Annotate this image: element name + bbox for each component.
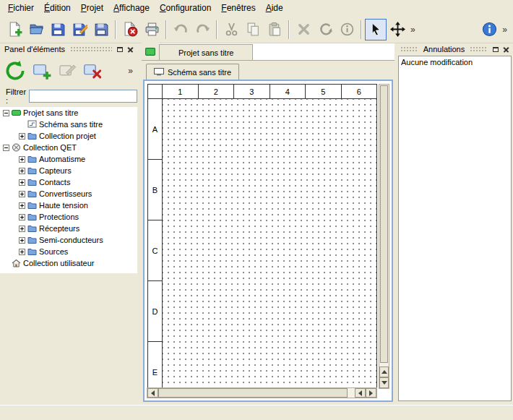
elements-panel-titlebar[interactable]: Panel d'éléments — [0, 43, 137, 55]
scroll-right-button[interactable] — [366, 388, 376, 398]
tree-item-contacts[interactable]: Contacts — [0, 176, 137, 188]
row-header: A — [148, 99, 163, 160]
close-file-icon — [123, 22, 138, 37]
filter-input[interactable] — [29, 90, 137, 103]
vertical-scrollbar[interactable] — [379, 84, 389, 389]
menu-configuration[interactable]: Configuration — [155, 1, 216, 15]
expand-expander-icon[interactable] — [19, 237, 25, 244]
expand-expander-icon[interactable] — [19, 133, 25, 140]
delete-element-button[interactable] — [83, 61, 102, 80]
menu-projet[interactable]: Projet — [76, 1, 108, 15]
expand-expander-icon[interactable] — [19, 179, 25, 186]
elements-panel-toolbar: » — [0, 55, 137, 87]
tree-item-protections[interactable]: Protections — [0, 211, 137, 223]
select-tool-button[interactable] — [365, 19, 387, 40]
undo-history-list[interactable]: Aucune modification — [398, 56, 512, 401]
schema-view[interactable]: 1 2 3 4 5 6 A B C D E — [147, 84, 378, 389]
save-as-icon — [72, 22, 87, 37]
scroll-down-button[interactable] — [379, 377, 389, 388]
collapse-expander-icon[interactable] — [3, 145, 9, 151]
cut-scissors-icon — [224, 22, 239, 37]
undo-button[interactable] — [170, 19, 191, 40]
new-file-button[interactable] — [4, 19, 25, 40]
menu-fenetres[interactable]: Fenêtres — [216, 1, 260, 15]
project-tab[interactable]: Projet sans titre — [159, 44, 253, 60]
arrow-down-icon — [381, 381, 387, 385]
open-file-button[interactable] — [25, 19, 47, 40]
element-info-button[interactable] — [336, 19, 358, 40]
cut-button[interactable] — [220, 19, 242, 40]
panel-extension-chevron[interactable]: » — [128, 66, 133, 76]
edit-element-button[interactable] — [58, 61, 77, 80]
dock-float-button[interactable] — [114, 45, 125, 54]
tree-item-schema[interactable]: Schéma sans titre — [0, 119, 137, 130]
tree-item-haute-tension[interactable]: Haute tension — [0, 200, 137, 211]
schema-subwindow: 1 2 3 4 5 6 A B C D E — [143, 80, 393, 402]
dock-close-button[interactable] — [501, 45, 512, 54]
subwindow-menu-button[interactable] — [142, 43, 159, 60]
tree-item-collection-utilisateur[interactable]: Collection utilisateur — [0, 257, 137, 269]
close-file-button[interactable] — [119, 19, 141, 40]
menu-aide[interactable]: Aide — [261, 1, 288, 15]
schema-canvas[interactable] — [163, 99, 377, 389]
new-element-button[interactable] — [33, 61, 51, 80]
menu-edition[interactable]: Édition — [39, 1, 76, 15]
print-button[interactable] — [141, 19, 163, 40]
scroll-left-button-2[interactable] — [355, 388, 366, 398]
menu-affichage[interactable]: Affichage — [108, 1, 155, 15]
tree-item-automatisme[interactable]: Automatisme — [0, 153, 137, 165]
dock-drag-handle[interactable] — [400, 46, 418, 52]
copy-button[interactable] — [242, 19, 264, 40]
about-info-button[interactable] — [478, 19, 500, 40]
horizontal-scrollbar-thumb[interactable] — [158, 388, 348, 398]
expand-expander-icon[interactable] — [19, 226, 25, 232]
schema-tab[interactable]: Schéma sans titre — [146, 64, 239, 80]
folder-icon — [27, 236, 37, 244]
arrow-left-icon — [358, 390, 362, 396]
collapse-expander-icon[interactable] — [3, 110, 9, 116]
arrow-right-icon — [369, 390, 373, 396]
scroll-up-button[interactable] — [379, 367, 389, 377]
scroll-left-button[interactable] — [147, 388, 158, 398]
expand-expander-icon[interactable] — [19, 168, 25, 174]
move-cross-icon — [390, 22, 405, 37]
tree-item-semi-conducteurs[interactable]: Semi-conducteurs — [0, 234, 137, 246]
redo-button[interactable] — [191, 19, 213, 40]
expand-expander-icon[interactable] — [19, 191, 25, 197]
toolbar-extension-chevron[interactable]: » — [408, 25, 418, 35]
vertical-scrollbar-thumb[interactable] — [380, 85, 388, 363]
tree-item-collection-qet[interactable]: Collection QET — [0, 142, 137, 153]
rotate-button[interactable] — [314, 19, 336, 40]
tree-item-project[interactable]: Projet sans titre — [0, 107, 137, 119]
dock-drag-handle[interactable] — [470, 46, 488, 52]
menu-fichier[interactable]: Fichier — [3, 1, 39, 15]
tree-item-convertisseurs[interactable]: Convertisseurs — [0, 188, 137, 200]
row-header: B — [148, 160, 163, 220]
select-arrow-icon — [368, 22, 384, 37]
tree-item-label: Haute tension — [39, 201, 88, 210]
expand-expander-icon[interactable] — [19, 249, 25, 255]
toolbar-extension-chevron[interactable]: » — [500, 25, 509, 35]
dock-drag-handle[interactable] — [70, 46, 112, 52]
save-file-as-button[interactable] — [69, 19, 90, 40]
move-tool-button[interactable] — [387, 19, 408, 40]
horizontal-scrollbar[interactable] — [147, 387, 377, 398]
tree-item-label: Semi-conducteurs — [39, 236, 103, 244]
rotate-icon — [318, 22, 333, 37]
expand-expander-icon[interactable] — [19, 214, 25, 220]
expand-expander-icon[interactable] — [19, 202, 25, 209]
expand-expander-icon[interactable] — [19, 156, 25, 163]
save-file-button[interactable] — [47, 19, 69, 40]
save-all-button[interactable] — [90, 19, 112, 40]
tree-item-sources[interactable]: Sources — [0, 246, 137, 257]
tree-item-capteurs[interactable]: Capteurs — [0, 165, 137, 176]
paste-button[interactable] — [264, 19, 285, 40]
dock-float-button[interactable] — [490, 45, 501, 54]
undo-dock-titlebar[interactable]: Annulations — [397, 43, 513, 55]
open-folder-icon — [29, 22, 44, 37]
delete-button[interactable] — [293, 19, 314, 40]
dock-close-button[interactable] — [125, 45, 136, 54]
tree-item-recepteurs[interactable]: Récepteurs — [0, 223, 137, 234]
tree-item-collection-projet[interactable]: Collection projet — [0, 130, 137, 142]
reload-collections-button[interactable] — [4, 60, 26, 82]
